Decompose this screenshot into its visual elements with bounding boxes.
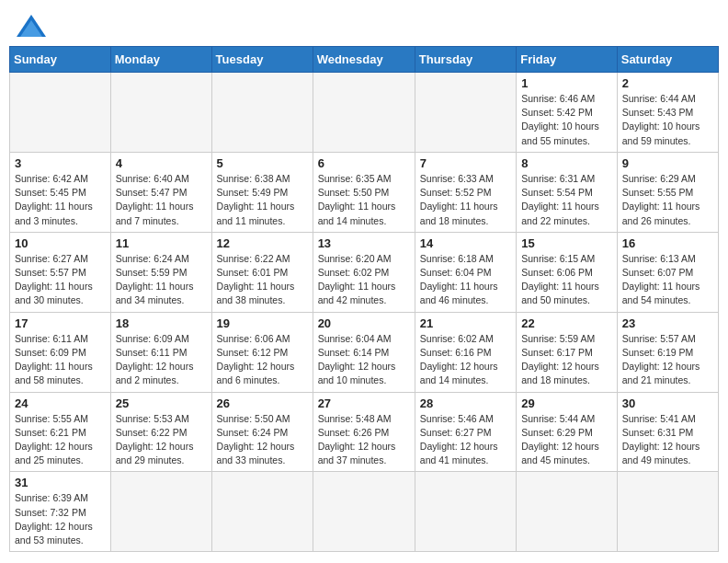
day-info: Sunrise: 6:13 AM Sunset: 6:07 PM Dayligh… [622,252,713,308]
weekday-header-friday: Friday [517,47,618,73]
calendar-cell [110,73,211,153]
day-number: 28 [420,396,511,410]
calendar-cell [617,472,718,552]
calendar-cell: 27Sunrise: 5:48 AM Sunset: 6:26 PM Dayli… [313,392,415,472]
weekday-header-monday: Monday [110,47,211,73]
logo-icon [15,13,48,39]
day-info: Sunrise: 6:40 AM Sunset: 5:47 PM Dayligh… [116,172,207,228]
calendar-cell [517,472,618,552]
day-number: 21 [420,316,511,330]
calendar-cell: 16Sunrise: 6:13 AM Sunset: 6:07 PM Dayli… [617,232,718,312]
day-info: Sunrise: 6:33 AM Sunset: 5:52 PM Dayligh… [420,172,511,228]
day-number: 31 [15,476,106,489]
day-info: Sunrise: 5:41 AM Sunset: 6:31 PM Dayligh… [622,412,713,468]
day-number: 25 [116,396,207,410]
day-number: 29 [521,396,612,410]
calendar-cell [313,73,415,153]
day-info: Sunrise: 6:38 AM Sunset: 5:49 PM Dayligh… [217,172,308,228]
calendar-cell: 9Sunrise: 6:29 AM Sunset: 5:55 PM Daylig… [617,152,718,232]
week-row-3: 10Sunrise: 6:27 AM Sunset: 5:57 PM Dayli… [10,232,719,312]
weekday-header-thursday: Thursday [415,47,516,73]
weekday-header-sunday: Sunday [10,47,111,73]
day-info: Sunrise: 5:44 AM Sunset: 6:29 PM Dayligh… [521,412,612,468]
day-number: 14 [420,236,511,250]
calendar-cell: 7Sunrise: 6:33 AM Sunset: 5:52 PM Daylig… [415,152,516,232]
day-number: 2 [622,76,713,90]
day-number: 12 [217,236,308,250]
calendar-cell: 3Sunrise: 6:42 AM Sunset: 5:45 PM Daylig… [10,152,111,232]
day-info: Sunrise: 6:44 AM Sunset: 5:43 PM Dayligh… [622,92,713,148]
day-number: 19 [217,316,308,330]
calendar-cell: 26Sunrise: 5:50 AM Sunset: 6:24 PM Dayli… [211,392,313,472]
day-info: Sunrise: 6:29 AM Sunset: 5:55 PM Dayligh… [622,172,713,228]
week-row-6: 31Sunrise: 6:39 AM Sunset: 7:32 PM Dayli… [10,472,719,552]
day-number: 23 [622,316,713,330]
day-info: Sunrise: 6:18 AM Sunset: 6:04 PM Dayligh… [420,252,511,308]
weekday-header-saturday: Saturday [617,47,718,73]
day-info: Sunrise: 6:46 AM Sunset: 5:42 PM Dayligh… [521,92,612,148]
day-number: 24 [15,396,106,410]
day-info: Sunrise: 6:24 AM Sunset: 5:59 PM Dayligh… [116,252,207,308]
day-info: Sunrise: 6:39 AM Sunset: 7:32 PM Dayligh… [15,491,106,547]
calendar: SundayMondayTuesdayWednesdayThursdayFrid… [9,46,719,552]
day-info: Sunrise: 5:59 AM Sunset: 6:17 PM Dayligh… [521,332,612,388]
day-number: 18 [116,316,207,330]
week-row-1: 1Sunrise: 6:46 AM Sunset: 5:42 PM Daylig… [10,73,719,153]
day-number: 8 [521,156,612,170]
calendar-cell: 22Sunrise: 5:59 AM Sunset: 6:17 PM Dayli… [517,312,618,392]
day-number: 4 [116,156,207,170]
calendar-cell: 11Sunrise: 6:24 AM Sunset: 5:59 PM Dayli… [110,232,211,312]
day-number: 15 [521,236,612,250]
day-info: Sunrise: 6:35 AM Sunset: 5:50 PM Dayligh… [318,172,410,228]
calendar-cell [110,472,211,552]
day-number: 13 [318,236,410,250]
day-number: 6 [318,156,410,170]
calendar-cell: 8Sunrise: 6:31 AM Sunset: 5:54 PM Daylig… [517,152,618,232]
calendar-cell: 2Sunrise: 6:44 AM Sunset: 5:43 PM Daylig… [617,73,718,153]
day-info: Sunrise: 5:50 AM Sunset: 6:24 PM Dayligh… [217,412,308,468]
weekday-header-row: SundayMondayTuesdayWednesdayThursdayFrid… [10,47,719,73]
calendar-cell: 5Sunrise: 6:38 AM Sunset: 5:49 PM Daylig… [211,152,313,232]
day-number: 10 [15,236,106,250]
day-info: Sunrise: 6:22 AM Sunset: 6:01 PM Dayligh… [217,252,308,308]
day-number: 20 [318,316,410,330]
calendar-cell [10,73,111,153]
calendar-cell [313,472,415,552]
day-info: Sunrise: 6:04 AM Sunset: 6:14 PM Dayligh… [318,332,410,388]
calendar-cell: 15Sunrise: 6:15 AM Sunset: 6:06 PM Dayli… [517,232,618,312]
calendar-cell [211,472,313,552]
calendar-cell: 21Sunrise: 6:02 AM Sunset: 6:16 PM Dayli… [415,312,516,392]
day-number: 9 [622,156,713,170]
calendar-cell: 23Sunrise: 5:57 AM Sunset: 6:19 PM Dayli… [617,312,718,392]
day-number: 3 [15,156,106,170]
day-info: Sunrise: 6:27 AM Sunset: 5:57 PM Dayligh… [15,252,106,308]
calendar-cell: 31Sunrise: 6:39 AM Sunset: 7:32 PM Dayli… [10,472,111,552]
day-info: Sunrise: 6:06 AM Sunset: 6:12 PM Dayligh… [217,332,308,388]
day-info: Sunrise: 5:46 AM Sunset: 6:27 PM Dayligh… [420,412,511,468]
calendar-cell: 10Sunrise: 6:27 AM Sunset: 5:57 PM Dayli… [10,232,111,312]
calendar-cell [415,472,516,552]
weekday-header-tuesday: Tuesday [211,47,313,73]
day-number: 7 [420,156,511,170]
calendar-cell: 24Sunrise: 5:55 AM Sunset: 6:21 PM Dayli… [10,392,111,472]
calendar-cell: 14Sunrise: 6:18 AM Sunset: 6:04 PM Dayli… [415,232,516,312]
calendar-cell: 4Sunrise: 6:40 AM Sunset: 5:47 PM Daylig… [110,152,211,232]
day-number: 22 [521,316,612,330]
day-number: 16 [622,236,713,250]
weekday-header-wednesday: Wednesday [313,47,415,73]
day-number: 27 [318,396,410,410]
day-number: 1 [521,76,612,90]
week-row-5: 24Sunrise: 5:55 AM Sunset: 6:21 PM Dayli… [10,392,719,472]
day-info: Sunrise: 6:09 AM Sunset: 6:11 PM Dayligh… [116,332,207,388]
day-info: Sunrise: 5:57 AM Sunset: 6:19 PM Dayligh… [622,332,713,388]
calendar-cell: 12Sunrise: 6:22 AM Sunset: 6:01 PM Dayli… [211,232,313,312]
calendar-cell: 25Sunrise: 5:53 AM Sunset: 6:22 PM Dayli… [110,392,211,472]
calendar-cell: 1Sunrise: 6:46 AM Sunset: 5:42 PM Daylig… [517,73,618,153]
calendar-cell: 30Sunrise: 5:41 AM Sunset: 6:31 PM Dayli… [617,392,718,472]
week-row-2: 3Sunrise: 6:42 AM Sunset: 5:45 PM Daylig… [10,152,719,232]
calendar-cell [415,73,516,153]
day-info: Sunrise: 6:20 AM Sunset: 6:02 PM Dayligh… [318,252,410,308]
day-info: Sunrise: 5:53 AM Sunset: 6:22 PM Dayligh… [116,412,207,468]
week-row-4: 17Sunrise: 6:11 AM Sunset: 6:09 PM Dayli… [10,312,719,392]
day-info: Sunrise: 6:02 AM Sunset: 6:16 PM Dayligh… [420,332,511,388]
